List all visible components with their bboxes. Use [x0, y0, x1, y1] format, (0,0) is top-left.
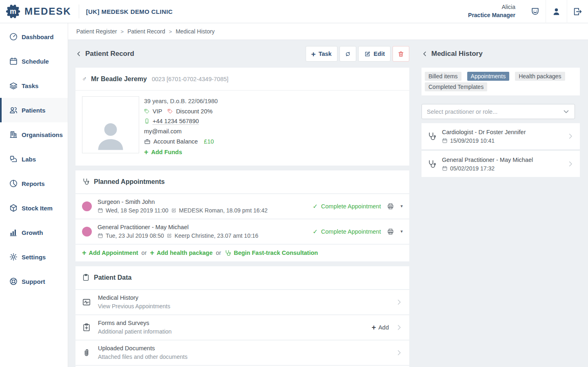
- sidebar-item-support[interactable]: Support: [0, 269, 68, 294]
- task-button-label: Task: [319, 51, 332, 57]
- caret-down-icon[interactable]: ▾: [400, 203, 403, 209]
- pie-chart-icon: [9, 179, 18, 188]
- clinic-name: [UK] MEDESK DEMO CLINIC: [86, 8, 173, 15]
- sidebar-item-labs[interactable]: Labs: [0, 147, 68, 171]
- layers-icon: [9, 81, 18, 90]
- back-button[interactable]: [422, 51, 428, 57]
- tab-health-packages[interactable]: Health packages: [515, 72, 565, 81]
- begin-fast-track-link[interactable]: Begin Fast-track Consultation: [224, 250, 318, 256]
- phone-number[interactable]: +44 1234 567890: [153, 118, 199, 125]
- appointment-datetime: Tue, 23 Jul 2019 08:50: [106, 232, 164, 239]
- patient-data-row-medical-history[interactable]: Medical History View Previous Appointmen…: [75, 289, 409, 314]
- topbar: m MEDESK [UK] MEDESK DEMO CLINIC Alicia …: [0, 0, 588, 23]
- or-text: or: [216, 250, 221, 256]
- chevron-right-icon: [395, 324, 403, 331]
- patient-data-card: Patient Data Medical History View Previo…: [75, 266, 409, 367]
- paperclip-icon: [82, 348, 91, 357]
- history-appointment-card[interactable]: Cardiologist - Dr Foster Jennifer 15/09/…: [422, 123, 580, 149]
- patient-details: 39 years, D.o.B. 22/06/1980 VIP Discount…: [144, 96, 218, 157]
- clipboard-icon: [82, 274, 90, 281]
- printer-icon[interactable]: [387, 203, 394, 210]
- sidebar-item-label: Schedule: [22, 58, 49, 65]
- edit-button[interactable]: Edit: [358, 46, 391, 62]
- appointment-created-by: Keerp Christine, 23.07 amt 10:16: [175, 232, 258, 239]
- logout-button[interactable]: [567, 0, 588, 23]
- medical-history-tabs: Billed items Appointments Health package…: [422, 68, 580, 95]
- sidebar-item-label: Dashboard: [22, 33, 53, 40]
- medesk-badge-icon: m: [6, 4, 20, 19]
- sidebar-item-settings[interactable]: Settings: [0, 245, 68, 269]
- stethoscope-icon: [224, 250, 231, 256]
- history-appointment-card[interactable]: General Practitioner - May Michael 05/02…: [422, 151, 580, 177]
- sidebar-item-label: Reports: [22, 180, 45, 187]
- edit-icon: [364, 51, 371, 57]
- tab-completed-templates[interactable]: Completed Templates: [425, 82, 487, 91]
- add-funds-link[interactable]: + Add Funds: [144, 147, 218, 157]
- dashboard-icon: [9, 32, 18, 41]
- page-title: Patient Record: [85, 50, 134, 58]
- tab-appointments[interactable]: Appointments: [467, 72, 510, 81]
- sidebar-item-dashboard[interactable]: Dashboard: [0, 24, 68, 49]
- appointment-color-dot: [82, 227, 92, 237]
- sidebar-item-stock-item[interactable]: Stock Item: [0, 196, 68, 220]
- sidebar-item-schedule[interactable]: Schedule: [0, 49, 68, 73]
- appointment-title: General Practitioner - May Michael: [98, 224, 258, 230]
- printer-icon[interactable]: [387, 228, 394, 235]
- breadcrumb-medical-history: Medical History: [175, 28, 215, 35]
- feedback-button[interactable]: [524, 0, 546, 23]
- practitioner-select[interactable]: Select practitioner or role...: [422, 104, 575, 119]
- breadcrumb: Patient Register > Patient Record > Medi…: [76, 28, 215, 35]
- complete-appointment-label: Complete Appointment: [321, 203, 381, 210]
- sidebar-item-growth[interactable]: Growth: [0, 220, 68, 245]
- labs-icon: [9, 155, 18, 164]
- svg-text:m: m: [10, 7, 16, 15]
- stethoscope-icon: [427, 132, 437, 141]
- heartbeat-monitor-icon: [82, 298, 91, 307]
- sidebar-item-patients[interactable]: Patients: [0, 98, 68, 122]
- users-icon: [9, 106, 18, 115]
- mobile-phone-icon: [144, 118, 150, 124]
- breadcrumb-patient-record[interactable]: Patient Record: [127, 28, 165, 35]
- section-title: Planned Appointments: [94, 178, 165, 186]
- chevron-left-icon: [75, 51, 82, 57]
- discount-tag: Discount 20%: [176, 108, 212, 115]
- wallet-icon: [144, 138, 151, 145]
- row-subtitle: Additional patient information: [98, 328, 172, 335]
- header-actions: + Task Edit: [306, 46, 409, 62]
- caret-down-icon[interactable]: ▾: [400, 229, 403, 234]
- sidebar-item-tasks[interactable]: Tasks: [0, 73, 68, 98]
- refresh-button[interactable]: [339, 46, 356, 62]
- refresh-icon: [344, 51, 351, 57]
- back-button[interactable]: [75, 51, 82, 57]
- bar-chart-icon: [9, 228, 18, 237]
- complete-appointment-link[interactable]: ✓ Complete Appointment: [313, 228, 381, 235]
- sidebar-item-organisations[interactable]: Organisations: [0, 122, 68, 147]
- task-button[interactable]: + Task: [306, 46, 337, 62]
- topbar-divider: [79, 4, 79, 18]
- breadcrumb-patient-register[interactable]: Patient Register: [76, 28, 117, 35]
- calendar-icon: [9, 57, 18, 66]
- add-form-link[interactable]: + Add: [372, 324, 389, 331]
- history-title: General Practitioner - May Michael: [442, 157, 533, 163]
- sidebar-item-reports[interactable]: Reports: [0, 171, 68, 196]
- section-title: Patient Data: [94, 274, 131, 281]
- complete-appointment-link[interactable]: ✓ Complete Appointment: [313, 203, 381, 210]
- chevron-right-icon: [395, 298, 403, 306]
- sidebar: Dashboard Schedule Tasks Patients Organi…: [0, 23, 68, 367]
- appointment-datetime: Wed, 18 Sep 2019 11:00: [106, 207, 169, 214]
- user-name: Alicia: [468, 3, 515, 11]
- trash-icon: [397, 51, 404, 57]
- medesk-logo[interactable]: m MEDESK: [0, 0, 79, 23]
- begin-fast-track-label: Begin Fast-track Consultation: [234, 250, 318, 256]
- account-button[interactable]: [546, 0, 567, 23]
- patient-data-row-forms-surveys[interactable]: Forms and Surveys Additional patient inf…: [75, 314, 409, 340]
- add-health-package-link[interactable]: + Add health package: [150, 249, 213, 256]
- patient-name-row: ♂ Mr Beadle Jeremy 0023 [6701-0702-4349-…: [75, 68, 409, 91]
- add-appointment-link[interactable]: + Add Appointment: [82, 249, 138, 256]
- select-placeholder: Select practitioner or role...: [427, 108, 497, 115]
- stethoscope-icon: [427, 159, 437, 169]
- tab-billed-items[interactable]: Billed items: [425, 72, 462, 81]
- delete-button[interactable]: [393, 46, 409, 62]
- patient-data-row-uploaded-documents[interactable]: Uploaded Documents Attached files and ot…: [75, 340, 409, 365]
- stethoscope-icon: [82, 178, 90, 186]
